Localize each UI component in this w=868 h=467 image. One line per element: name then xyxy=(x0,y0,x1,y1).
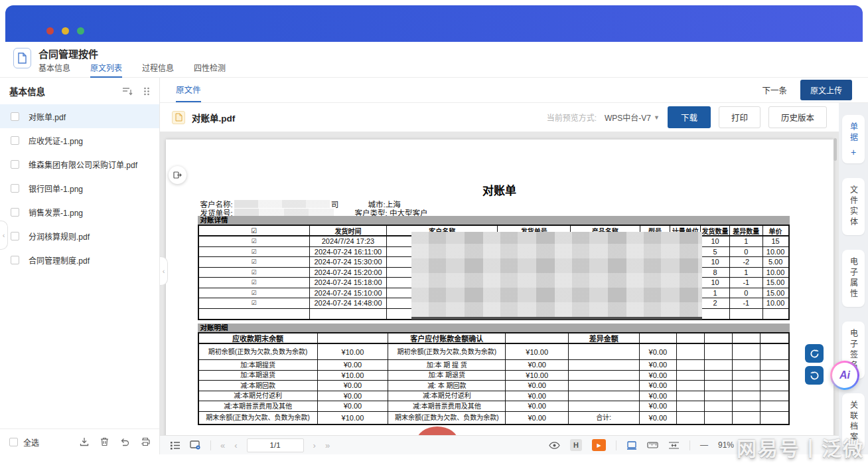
table-header-cell: ☑ xyxy=(199,226,310,235)
table-cell: 10.00 xyxy=(763,298,788,308)
drag-grid-icon[interactable] xyxy=(143,87,150,96)
table-cell xyxy=(569,391,640,401)
file-list-item[interactable]: 合同管理制度.pdf xyxy=(0,248,159,272)
fit-page-icon[interactable] xyxy=(626,441,637,450)
table-cell xyxy=(730,309,763,320)
rotate-clockwise-button[interactable] xyxy=(805,344,824,363)
close-dot-icon[interactable] xyxy=(46,27,54,35)
viewer-scrollbar[interactable] xyxy=(833,138,837,161)
sort-icon[interactable] xyxy=(122,87,133,96)
file-checkbox[interactable] xyxy=(11,136,19,145)
plus-icon: + xyxy=(851,148,856,156)
left-panel-collapse-handle[interactable]: ‹ xyxy=(0,221,8,250)
file-checkbox[interactable] xyxy=(11,160,19,169)
table-cell: 1 xyxy=(701,288,730,298)
content-tabbar: 原文件 下一条 原文上传 xyxy=(160,78,868,103)
file-checkbox[interactable] xyxy=(11,232,19,240)
page-preview-icon[interactable] xyxy=(190,440,201,450)
right-tab[interactable]: 单据+ xyxy=(842,115,865,163)
undo-icon[interactable] xyxy=(120,438,129,446)
table-cell xyxy=(760,401,788,411)
table-cell xyxy=(705,344,733,359)
app-tab[interactable]: 基本信息 xyxy=(38,62,70,78)
sidebar-collapse-handle[interactable]: ‹ xyxy=(160,256,168,286)
right-tab[interactable]: 文件实体 xyxy=(842,178,865,235)
history-version-button[interactable]: 历史版本 xyxy=(768,106,827,128)
file-list-item[interactable]: 销售发票-1.png xyxy=(0,200,159,224)
app-tab[interactable]: 四性检测 xyxy=(194,62,226,78)
page-number-input[interactable]: 1/1 xyxy=(247,438,304,452)
fit-width-icon[interactable] xyxy=(668,442,680,449)
next-page-button[interactable]: › xyxy=(313,440,316,450)
table-cell: ¥0.00 xyxy=(318,401,389,411)
right-tab[interactable]: 电子属性 xyxy=(842,250,865,307)
table-cell: ¥10.00 xyxy=(318,344,389,359)
table-cell: 合计: xyxy=(569,412,640,424)
select-all-checkbox[interactable] xyxy=(9,438,18,446)
file-list-item[interactable]: 对账单.pdf xyxy=(0,104,159,128)
file-list-item[interactable]: 应收凭证-1.png xyxy=(0,128,159,152)
preview-mode-select[interactable]: WPS中台-V7 ▼ xyxy=(605,112,660,123)
file-list-item[interactable]: 分润核算规则.pdf xyxy=(0,224,159,248)
content-area: 原文件 下一条 原文上传 对账单.pdf 当前预览方式: WPS中台-V7 xyxy=(160,78,868,454)
table-cell xyxy=(733,344,760,359)
table-cell xyxy=(705,381,733,391)
table-cell xyxy=(705,412,733,424)
eye-icon[interactable] xyxy=(549,442,560,449)
rotate-counterclockwise-button[interactable] xyxy=(805,366,824,385)
app-tab[interactable]: 过程信息 xyxy=(142,62,174,78)
next-item-button[interactable]: 下一条 xyxy=(762,84,787,96)
table-cell xyxy=(677,401,705,411)
expand-panel-button[interactable] xyxy=(169,166,186,184)
table-cell xyxy=(733,401,760,411)
file-name: 分润核算规则.pdf xyxy=(29,231,90,242)
zoom-out-icon[interactable]: — xyxy=(700,440,708,450)
download-button[interactable]: 下载 xyxy=(668,106,711,128)
file-list-item[interactable]: 维森集团有限公司采购订单.pdf xyxy=(0,152,159,176)
file-checkbox[interactable] xyxy=(11,256,19,264)
outline-icon[interactable] xyxy=(171,441,181,450)
pdf-viewer[interactable]: 对账单 客户名称: 司 城市:上海 发货单号: xyxy=(160,132,839,435)
maximize-dot-icon[interactable] xyxy=(77,27,84,35)
first-page-button[interactable]: « xyxy=(220,440,225,450)
table-row: 减:本期兑付返利¥0.00减:本期兑付返利¥0.00¥0.00 xyxy=(199,391,788,402)
table-cell: -1 xyxy=(730,278,763,288)
minimize-dot-icon[interactable] xyxy=(62,27,69,35)
table-cell: ¥0.00 xyxy=(640,381,678,391)
file-name: 对账单.pdf xyxy=(29,111,66,122)
file-checkbox[interactable] xyxy=(11,208,19,217)
video-play-icon[interactable]: ▶ xyxy=(592,439,606,451)
table-cell: 减:本期兑付返利 xyxy=(199,391,318,401)
table-row: 加:本期退货¥10.00加:本 期退货¥10.00¥0.00 xyxy=(199,371,788,381)
table-cell: 期末余额(正数为欠款、负数为余款) xyxy=(199,412,318,424)
table-header-cell xyxy=(640,333,678,343)
download-icon[interactable] xyxy=(80,437,89,446)
tab-original-file[interactable]: 原文件 xyxy=(176,78,201,102)
print-button[interactable]: 打印 xyxy=(719,106,760,128)
right-rail: 单据+文件实体电子属性电子签名关联档案 xyxy=(839,103,868,454)
table-cell: 5.00 xyxy=(763,257,788,267)
table-cell xyxy=(733,412,760,424)
highlight-tool-icon[interactable]: H xyxy=(570,439,582,451)
table-row: 加:本期提货¥0.00加:本 期 提 货¥0.00¥0.00 xyxy=(199,360,788,371)
ai-assistant-button[interactable]: Ai xyxy=(830,361,859,390)
last-page-button[interactable]: » xyxy=(325,440,330,450)
file-checkbox[interactable] xyxy=(11,184,19,193)
ruler-icon[interactable] xyxy=(647,441,658,449)
table-cell: 8 xyxy=(701,268,730,278)
prev-page-button[interactable]: ‹ xyxy=(234,440,237,450)
file-checkbox[interactable] xyxy=(11,112,19,121)
table-cell: ¥0.00 xyxy=(506,412,569,424)
table-cell: ¥0.00 xyxy=(640,391,678,401)
file-list-item[interactable]: 银行回单-1.png xyxy=(0,176,159,200)
table-cell xyxy=(569,381,640,391)
original-upload-button[interactable]: 原文上传 xyxy=(800,80,852,100)
document-title: 对账单.pdf xyxy=(192,111,235,124)
app-tab[interactable]: 原文列表 xyxy=(90,62,122,78)
table-cell: 1 xyxy=(730,236,763,246)
table-cell: ☑ xyxy=(199,298,310,308)
table-cell: 15 xyxy=(763,236,788,246)
printer-icon[interactable] xyxy=(141,437,150,446)
table-cell: 加:本期退货 xyxy=(199,371,318,381)
trash-icon[interactable] xyxy=(100,437,109,446)
